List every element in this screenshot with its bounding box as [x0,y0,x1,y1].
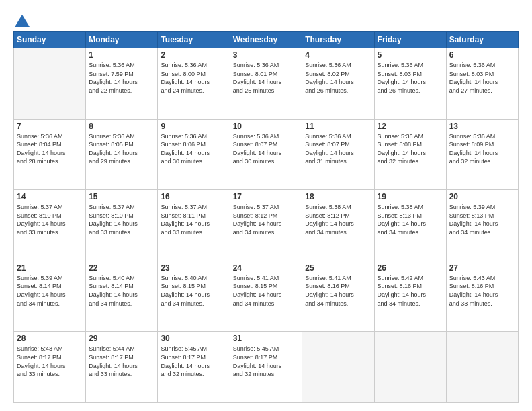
day-info: Sunrise: 5:36 AM Sunset: 8:00 PM Dayligh… [161,61,226,95]
week-row-4: 21Sunrise: 5:39 AM Sunset: 8:14 PM Dayli… [14,261,519,332]
week-row-2: 7Sunrise: 5:36 AM Sunset: 8:04 PM Daylig… [14,119,519,190]
day-info: Sunrise: 5:45 AM Sunset: 8:17 PM Dayligh… [233,345,300,378]
calendar-cell: 27Sunrise: 5:43 AM Sunset: 8:16 PM Dayli… [446,261,518,332]
day-number: 17 [233,192,300,201]
calendar-cell: 18Sunrise: 5:38 AM Sunset: 8:12 PM Dayli… [302,190,374,261]
day-number: 7 [17,122,83,131]
calendar-cell: 20Sunrise: 5:39 AM Sunset: 8:13 PM Dayli… [446,190,518,261]
calendar-cell: 25Sunrise: 5:41 AM Sunset: 8:16 PM Dayli… [302,261,374,332]
calendar-cell: 17Sunrise: 5:37 AM Sunset: 8:12 PM Dayli… [230,190,302,261]
day-number: 3 [233,50,300,60]
calendar-cell: 28Sunrise: 5:43 AM Sunset: 8:17 PM Dayli… [14,332,86,403]
calendar-cell: 12Sunrise: 5:36 AM Sunset: 8:08 PM Dayli… [374,119,446,190]
day-info: Sunrise: 5:43 AM Sunset: 8:16 PM Dayligh… [449,274,515,308]
calendar-header: SundayMondayTuesdayWednesdayThursdayFrid… [14,32,519,48]
day-info: Sunrise: 5:38 AM Sunset: 8:13 PM Dayligh… [378,203,443,236]
calendar-cell: 2Sunrise: 5:36 AM Sunset: 8:00 PM Daylig… [158,48,230,120]
calendar-cell: 9Sunrise: 5:36 AM Sunset: 8:06 PM Daylig… [158,119,230,190]
day-info: Sunrise: 5:44 AM Sunset: 8:17 PM Dayligh… [89,345,154,378]
day-header-thursday: Thursday [302,32,374,48]
day-header-saturday: Saturday [446,32,518,48]
day-info: Sunrise: 5:36 AM Sunset: 8:07 PM Dayligh… [305,132,371,166]
calendar-cell: 21Sunrise: 5:39 AM Sunset: 8:14 PM Dayli… [14,261,86,332]
day-number: 13 [449,122,515,131]
calendar-cell: 31Sunrise: 5:45 AM Sunset: 8:17 PM Dayli… [230,332,302,403]
calendar-cell: 26Sunrise: 5:42 AM Sunset: 8:16 PM Dayli… [374,261,446,332]
calendar-cell: 3Sunrise: 5:36 AM Sunset: 8:01 PM Daylig… [230,48,302,120]
calendar-cell: 8Sunrise: 5:36 AM Sunset: 8:05 PM Daylig… [86,119,158,190]
day-info: Sunrise: 5:41 AM Sunset: 8:15 PM Dayligh… [233,274,300,308]
day-number: 6 [449,50,515,60]
day-number: 31 [233,334,300,343]
day-info: Sunrise: 5:36 AM Sunset: 8:07 PM Dayligh… [233,132,300,166]
week-row-3: 14Sunrise: 5:37 AM Sunset: 8:10 PM Dayli… [14,190,519,261]
calendar-cell [14,48,86,120]
day-info: Sunrise: 5:40 AM Sunset: 8:14 PM Dayligh… [89,274,154,308]
svg-marker-0 [15,15,30,27]
day-header-tuesday: Tuesday [158,32,230,48]
day-number: 11 [305,122,371,131]
day-info: Sunrise: 5:37 AM Sunset: 8:10 PM Dayligh… [89,203,154,236]
day-number: 18 [305,192,371,201]
calendar-cell: 29Sunrise: 5:44 AM Sunset: 8:17 PM Dayli… [86,332,158,403]
day-number: 24 [233,263,300,273]
calendar-cell: 22Sunrise: 5:40 AM Sunset: 8:14 PM Dayli… [86,261,158,332]
day-info: Sunrise: 5:37 AM Sunset: 8:10 PM Dayligh… [17,203,83,236]
calendar-cell: 23Sunrise: 5:40 AM Sunset: 8:15 PM Dayli… [158,261,230,332]
day-number: 25 [305,263,371,273]
day-number: 10 [233,122,300,131]
day-number: 30 [161,334,226,343]
calendar-cell: 19Sunrise: 5:38 AM Sunset: 8:13 PM Dayli… [374,190,446,261]
day-info: Sunrise: 5:40 AM Sunset: 8:15 PM Dayligh… [161,274,226,308]
day-number: 27 [449,263,515,273]
day-number: 16 [161,192,226,201]
day-number: 8 [89,122,154,131]
day-info: Sunrise: 5:36 AM Sunset: 8:09 PM Dayligh… [449,132,515,166]
day-number: 23 [161,263,226,273]
day-info: Sunrise: 5:36 AM Sunset: 8:04 PM Dayligh… [17,132,83,166]
calendar-cell [302,332,374,403]
calendar-cell: 13Sunrise: 5:36 AM Sunset: 8:09 PM Dayli… [446,119,518,190]
day-number: 22 [89,263,154,273]
calendar-cell [374,332,446,403]
day-info: Sunrise: 5:36 AM Sunset: 8:01 PM Dayligh… [233,61,300,95]
day-info: Sunrise: 5:36 AM Sunset: 8:02 PM Dayligh… [305,61,371,95]
day-number: 15 [89,192,154,201]
calendar-cell: 5Sunrise: 5:36 AM Sunset: 8:03 PM Daylig… [374,48,446,120]
day-info: Sunrise: 5:36 AM Sunset: 8:06 PM Dayligh… [161,132,226,166]
logo-text [13,15,30,27]
day-number: 20 [449,192,515,201]
day-number: 4 [305,50,371,60]
day-number: 9 [161,122,226,131]
day-number: 5 [378,50,443,60]
day-header-friday: Friday [374,32,446,48]
header [13,12,519,27]
day-header-wednesday: Wednesday [230,32,302,48]
day-info: Sunrise: 5:42 AM Sunset: 8:16 PM Dayligh… [378,274,443,308]
day-header-monday: Monday [86,32,158,48]
day-number: 29 [89,334,154,343]
day-info: Sunrise: 5:38 AM Sunset: 8:12 PM Dayligh… [305,203,371,236]
day-info: Sunrise: 5:36 AM Sunset: 7:59 PM Dayligh… [89,61,154,95]
calendar-cell: 7Sunrise: 5:36 AM Sunset: 8:04 PM Daylig… [14,119,86,190]
calendar: SundayMondayTuesdayWednesdayThursdayFrid… [13,31,519,403]
calendar-cell: 14Sunrise: 5:37 AM Sunset: 8:10 PM Dayli… [14,190,86,261]
day-number: 1 [89,50,154,60]
day-info: Sunrise: 5:39 AM Sunset: 8:13 PM Dayligh… [449,203,515,236]
day-info: Sunrise: 5:36 AM Sunset: 8:05 PM Dayligh… [89,132,154,166]
day-number: 12 [378,122,443,131]
calendar-body: 1Sunrise: 5:36 AM Sunset: 7:59 PM Daylig… [14,48,519,403]
week-row-5: 28Sunrise: 5:43 AM Sunset: 8:17 PM Dayli… [14,332,519,403]
day-info: Sunrise: 5:45 AM Sunset: 8:17 PM Dayligh… [161,345,226,378]
calendar-cell: 6Sunrise: 5:36 AM Sunset: 8:03 PM Daylig… [446,48,518,120]
day-number: 19 [378,192,443,201]
day-number: 26 [378,263,443,273]
logo-icon [15,15,30,27]
day-number: 28 [17,334,83,343]
day-info: Sunrise: 5:39 AM Sunset: 8:14 PM Dayligh… [17,274,83,308]
calendar-cell: 15Sunrise: 5:37 AM Sunset: 8:10 PM Dayli… [86,190,158,261]
calendar-cell: 16Sunrise: 5:37 AM Sunset: 8:11 PM Dayli… [158,190,230,261]
calendar-cell: 10Sunrise: 5:36 AM Sunset: 8:07 PM Dayli… [230,119,302,190]
calendar-cell [446,332,518,403]
day-info: Sunrise: 5:36 AM Sunset: 8:03 PM Dayligh… [449,61,515,95]
